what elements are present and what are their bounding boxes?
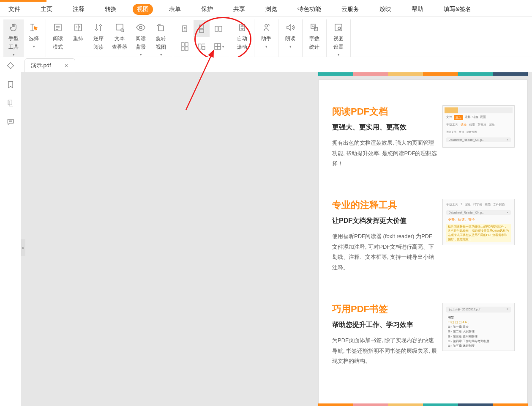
menu-bar: 文件 主页 注释 转换 视图 表单 保护 共享 浏览 特色功能 云服务 放映 帮… xyxy=(0,2,532,17)
continuous-facing-button[interactable] xyxy=(177,38,193,55)
continuous-page-button[interactable] xyxy=(194,20,210,37)
text-viewer-icon xyxy=(115,21,125,34)
section-bookmarks: 巧用PDF书签 帮助您提升工作、学习效率 为PDF页面添加书签, 除了实现内容的… xyxy=(332,303,515,367)
svg-rect-9 xyxy=(215,26,218,31)
content-area: 阅读PDF文档 更强大、更实用、更高效 拥有出色的文档渲染效果, 强大的页面管理… xyxy=(21,72,532,406)
auto-scroll-icon xyxy=(237,21,247,34)
dropdown-arrow-icon: ▾ xyxy=(140,52,142,57)
view-settings-button[interactable]: 视图 设置 ▾ xyxy=(328,19,349,58)
svg-rect-12 xyxy=(185,43,188,46)
svg-rect-10 xyxy=(219,26,222,31)
bookmark-icon[interactable] xyxy=(6,80,15,89)
dropdown-arrow-icon: ▾ xyxy=(13,52,15,57)
menu-share[interactable]: 共享 xyxy=(229,4,249,15)
select-icon xyxy=(29,21,39,34)
eye-icon xyxy=(136,21,146,34)
section-title: 巧用PDF书签 xyxy=(332,303,437,315)
menu-convert[interactable]: 转换 xyxy=(101,4,121,15)
svg-rect-7 xyxy=(199,25,204,28)
hand-icon xyxy=(8,21,19,34)
word-count-button[interactable]: AB12 字数 统计 xyxy=(304,19,325,52)
menu-form[interactable]: 表单 xyxy=(165,4,185,15)
section-title: 阅读PDF文档 xyxy=(332,105,437,118)
auto-scroll-button[interactable]: 自动 滚动 xyxy=(232,19,252,52)
svg-rect-15 xyxy=(198,44,201,49)
left-sidebar xyxy=(0,57,21,406)
section-title: 专业的注释工具 xyxy=(332,199,437,211)
svg-rect-26 xyxy=(8,100,12,105)
ribbon: 手型 工具 ▾ 选择 ▾ 阅读 模式 重排 xyxy=(0,17,532,57)
dropdown-arrow-icon: ▾ xyxy=(33,44,35,49)
menu-fill-sign[interactable]: 填写&签名 xyxy=(439,4,475,15)
section-body: 为PDF页面添加书签, 除了实现内容的快速导航, 书签还能指明不同书签的层级关系… xyxy=(332,335,437,367)
svg-point-4 xyxy=(139,26,142,29)
svg-point-28 xyxy=(10,121,11,122)
page-layout-grid: ▾ xyxy=(175,19,228,56)
text-viewer-button[interactable]: 文本 查看器 xyxy=(109,19,131,52)
svg-text:12: 12 xyxy=(315,28,318,30)
helper-icon xyxy=(261,21,271,34)
hand-tool-button[interactable]: 手型 工具 ▾ xyxy=(3,19,24,58)
reflow-icon xyxy=(73,21,83,34)
document-tab[interactable]: 演示.pdf × xyxy=(25,58,75,72)
menu-cloud[interactable]: 云服务 xyxy=(337,4,363,15)
menu-browse[interactable]: 浏览 xyxy=(261,4,281,15)
svg-rect-16 xyxy=(202,47,205,49)
tab-bar: 演示.pdf × xyxy=(21,57,532,72)
svg-rect-11 xyxy=(181,43,184,46)
menu-view[interactable]: 视图 xyxy=(133,4,153,15)
facing-page-button[interactable] xyxy=(210,20,226,37)
read-mode-icon xyxy=(53,21,63,34)
section-thumbnail: 文件 主页 注释 转换 视图 手型工具 选择 截图 剪贴板 缩放 xyxy=(442,105,515,148)
svg-rect-13 xyxy=(181,47,184,50)
single-page-button[interactable] xyxy=(177,20,193,37)
section-subtitle: 让PDF文档发挥更大价值 xyxy=(332,217,437,225)
pages-icon[interactable] xyxy=(6,99,15,108)
dropdown-arrow-icon: ▾ xyxy=(338,52,340,57)
section-body: 使用福昕PDF阅读器 (foxit reader) 为PDF文件添加注释, 可对… xyxy=(332,231,437,273)
dropdown-arrow-icon: ▾ xyxy=(160,52,162,57)
dropdown-arrow-icon: ▾ xyxy=(265,44,267,49)
reverse-read-button[interactable]: 逆序 阅读 xyxy=(88,19,109,52)
svg-rect-8 xyxy=(199,29,204,33)
menu-features[interactable]: 特色功能 xyxy=(293,4,325,15)
section-thumbnail: 员工手册_20120917.pdf× 书签 ☐ ▢ ▢ ▢ A A ⋮ ⊞ ▫ … xyxy=(442,303,515,351)
menu-present[interactable]: 放映 xyxy=(375,4,396,15)
svg-point-19 xyxy=(265,25,267,27)
read-aloud-button[interactable]: 朗读 ▾ xyxy=(280,19,300,50)
section-read-pdf: 阅读PDF文档 更强大、更实用、更高效 拥有出色的文档渲染效果, 强大的页面管理… xyxy=(332,105,515,169)
blank-page-left xyxy=(21,72,295,406)
comment-icon[interactable] xyxy=(6,117,15,126)
section-body: 拥有出色的文档渲染效果, 强大的页面管理功能, 帮助提升效率, 是您阅读PDF的… xyxy=(332,138,437,169)
svg-point-27 xyxy=(9,121,10,122)
separate-cover-button[interactable] xyxy=(194,38,210,55)
svg-rect-5 xyxy=(158,26,164,31)
color-stripes-top xyxy=(318,72,528,76)
section-thumbnail: 手型工具 T 缩放 打字机 高亮 文件转换 Datasheet_Reader_C… xyxy=(442,199,515,245)
speaker-icon xyxy=(285,21,295,34)
reflow-button[interactable]: 重排 xyxy=(68,19,88,44)
settings-icon xyxy=(333,21,344,34)
menu-annotate[interactable]: 注释 xyxy=(68,4,89,15)
svg-point-29 xyxy=(11,121,12,122)
svg-rect-2 xyxy=(116,24,123,30)
menu-help[interactable]: 帮助 xyxy=(407,4,428,15)
menu-protect[interactable]: 保护 xyxy=(197,4,217,15)
rotate-view-button[interactable]: 旋转 视图 ▾ xyxy=(151,19,171,58)
tab-close-button[interactable]: × xyxy=(64,62,69,69)
word-count-icon: AB12 xyxy=(309,21,319,34)
select-button[interactable]: 选择 ▾ xyxy=(24,19,44,50)
section-annotation-tools: 专业的注释工具 让PDF文档发挥更大价值 使用福昕PDF阅读器 (foxit r… xyxy=(332,199,515,273)
svg-rect-14 xyxy=(185,47,188,50)
split-view-button[interactable]: ▾ xyxy=(210,38,226,55)
document-page: 阅读PDF文档 更强大、更实用、更高效 拥有出色的文档渲染效果, 强大的页面管理… xyxy=(318,80,528,406)
color-stripes-bottom xyxy=(318,403,528,406)
dropdown-arrow-icon: ▾ xyxy=(289,44,292,49)
menu-file[interactable]: 文件 xyxy=(4,4,25,15)
read-mode-button[interactable]: 阅读 模式 xyxy=(48,19,68,52)
panel-collapse-handle[interactable]: ▸ xyxy=(21,239,25,256)
read-background-button[interactable]: 阅读 背景 ▾ xyxy=(131,19,151,58)
tag-icon[interactable] xyxy=(6,61,15,71)
helper-button[interactable]: 助手 ▾ xyxy=(256,19,276,50)
menu-home[interactable]: 主页 xyxy=(36,4,57,15)
